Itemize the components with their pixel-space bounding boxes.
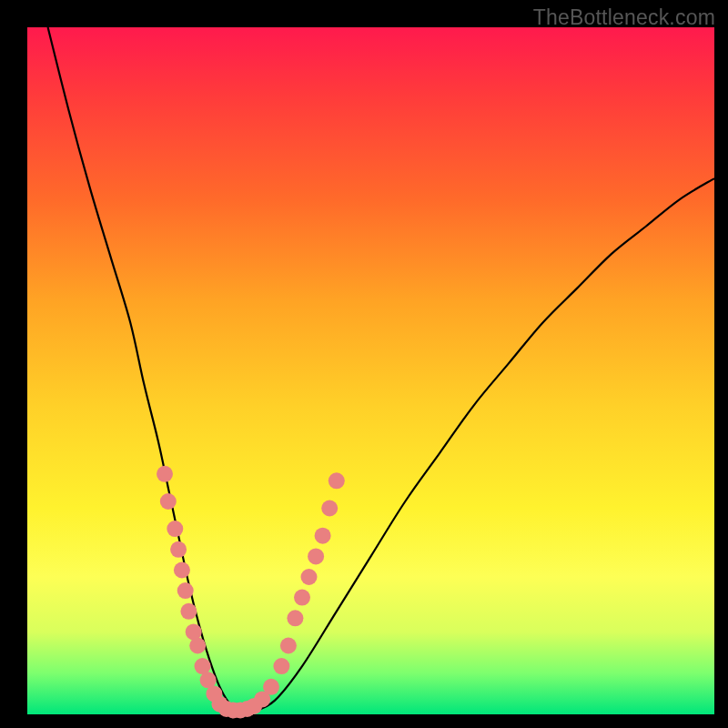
marker-dot [174,562,190,579]
curve-svg [27,27,714,714]
marker-dot [329,472,345,489]
marker-dot [170,541,187,558]
chart-frame: TheBottleneck.com [0,0,728,728]
curve-markers [157,466,345,719]
marker-dot [180,603,197,620]
marker-dot [294,590,310,606]
marker-dot [160,493,177,510]
marker-dot [189,638,206,654]
marker-dot [157,466,173,482]
marker-dot [321,500,338,517]
marker-dot [280,638,297,654]
marker-dot [273,658,289,674]
marker-dot [308,548,324,564]
marker-dot [263,679,279,695]
marker-dot [301,569,318,585]
bottleneck-curve [48,27,714,712]
plot-area [27,27,714,714]
marker-dot [287,610,303,626]
marker-dot [315,528,331,544]
marker-dot [167,521,183,537]
marker-dot [177,582,194,599]
watermark-text: TheBottleneck.com [533,5,715,30]
